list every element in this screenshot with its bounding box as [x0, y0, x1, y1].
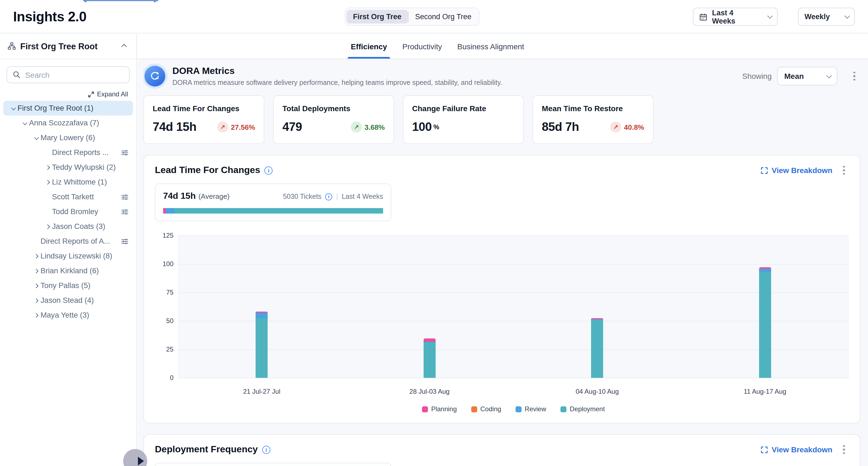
view-breakdown-button[interactable]: View Breakdown: [761, 166, 832, 175]
tree-item[interactable]: Anna Scozzafava (7): [3, 116, 133, 130]
x-tick-label: 04 Aug-10 Aug: [576, 388, 619, 396]
tree-item[interactable]: Scott Tarkett: [3, 190, 133, 204]
tab-productivity[interactable]: Productivity: [402, 34, 442, 59]
tree-chevron-icon[interactable]: [43, 225, 52, 228]
granularity-select[interactable]: Weekly: [798, 8, 855, 26]
filter-sliders-icon[interactable]: [121, 149, 129, 156]
org-tree-icon: [8, 42, 16, 50]
tree-item[interactable]: Direct Reports of A...: [3, 234, 133, 249]
chevron-down-icon: [767, 13, 773, 19]
filter-sliders-icon[interactable]: [121, 237, 129, 245]
view-breakdown-button[interactable]: View Breakdown: [761, 445, 832, 454]
search-input[interactable]: [25, 70, 124, 79]
tab-business-alignment[interactable]: Business Alignment: [457, 34, 524, 59]
average-value: 74d 15h: [163, 191, 196, 201]
collapse-chevron-icon[interactable]: [122, 44, 127, 50]
legend-swatch: [422, 406, 428, 412]
tree-chevron-icon[interactable]: [32, 136, 40, 139]
org-tree-toggle-first[interactable]: First Org Tree: [346, 10, 408, 24]
tree-item-label: Todd Bromley: [52, 207, 118, 216]
deployment-frequency-section: Deployment Frequency i View Breakdown: [144, 434, 860, 466]
tree-item[interactable]: Tony Pallas (5): [3, 278, 133, 293]
tab-efficiency[interactable]: Efficiency: [351, 34, 387, 59]
legend-item[interactable]: Deployment: [560, 405, 605, 413]
tree-chevron-icon[interactable]: [32, 284, 40, 287]
bar-segment-deployment: [759, 272, 771, 378]
expand-all-button[interactable]: Expand All: [88, 90, 128, 98]
tree-chevron-icon[interactable]: [32, 254, 40, 258]
granularity-value: Weekly: [805, 12, 830, 21]
info-icon[interactable]: i: [262, 445, 270, 454]
sidebar-search[interactable]: [6, 66, 130, 83]
tree-chevron-icon[interactable]: [43, 180, 52, 184]
tree-chevron-icon[interactable]: [32, 299, 40, 302]
filter-sliders-icon[interactable]: [121, 208, 129, 215]
tree-chevron-icon[interactable]: [32, 269, 40, 272]
stacked-bar[interactable]: [256, 312, 268, 378]
tree-item-label: Lindsay Liszewski (8): [40, 252, 129, 260]
app-title: Insights 2.0: [13, 9, 87, 25]
tree-item[interactable]: Lindsay Liszewski (8): [3, 249, 133, 263]
info-icon[interactable]: i: [325, 193, 332, 200]
tree-chevron-icon[interactable]: [32, 314, 40, 317]
segment-divider: [408, 11, 408, 23]
tree-item[interactable]: Liz Whittome (1): [3, 175, 133, 190]
tree-item-label: Teddy Wylupski (2): [52, 163, 129, 171]
tree-item-label: Jason Stead (4): [40, 296, 129, 304]
org-tree-toggle-second[interactable]: Second Org Tree: [408, 10, 478, 24]
view-breakdown-label: View Breakdown: [772, 445, 832, 454]
showing-value: Mean: [784, 72, 804, 81]
gridline: [178, 321, 849, 321]
dora-menu-button[interactable]: [849, 71, 859, 81]
metric-value: 85d 7h: [542, 120, 579, 134]
search-icon: [12, 70, 21, 79]
sidebar-header[interactable]: First Org Tree Root: [0, 34, 136, 59]
tree-item[interactable]: Todd Bromley: [3, 204, 133, 219]
tree-chevron-icon[interactable]: [20, 121, 29, 124]
tree-chevron-icon[interactable]: [43, 166, 52, 169]
legend-swatch: [560, 406, 566, 412]
period-label: Last 4 Weeks: [342, 193, 383, 200]
play-right-icon: [138, 457, 144, 465]
tree-item[interactable]: Mary Lowery (6): [3, 130, 133, 145]
tree-item[interactable]: Maya Yette (3): [3, 308, 133, 323]
legend-item[interactable]: Coding: [471, 405, 501, 413]
legend-label: Deployment: [570, 405, 605, 413]
legend-item[interactable]: Planning: [422, 405, 457, 413]
tickets-count: 5030 Tickets: [283, 193, 321, 200]
tree-item[interactable]: Direct Reports ...: [3, 145, 133, 160]
expand-all-icon: [88, 91, 94, 97]
stacked-bar[interactable]: [759, 267, 771, 378]
calendar-icon: [700, 13, 707, 21]
chevron-down-icon: [844, 13, 850, 19]
main-area: Efficiency Productivity Business Alignme…: [137, 34, 868, 466]
date-range-select[interactable]: Last 4 Weeks: [693, 8, 778, 26]
bar-segment-deployment: [256, 318, 268, 378]
gridline: [178, 264, 849, 264]
trend-up-icon: ↗: [351, 122, 362, 133]
legend-item[interactable]: Review: [515, 405, 546, 413]
lead-time-menu-button[interactable]: [839, 166, 849, 175]
date-range-value: Last 4 Weeks: [712, 8, 757, 25]
info-icon[interactable]: i: [265, 166, 273, 174]
tree-item[interactable]: Jason Coats (3): [3, 219, 133, 234]
deployment-frequency-menu-button[interactable]: [839, 445, 849, 454]
metric-delta: 3.68%: [365, 123, 385, 131]
tree-item-label: Direct Reports of A...: [40, 237, 118, 245]
expand-corners-icon: [761, 446, 768, 453]
showing-select[interactable]: Mean: [777, 67, 837, 85]
expand-corners-icon: [761, 167, 768, 174]
tree-item[interactable]: Brian Kirkland (6): [3, 263, 133, 278]
tree-item[interactable]: Teddy Wylupski (2): [3, 160, 133, 175]
metric-value: 74d 15h: [153, 120, 196, 134]
filter-sliders-icon[interactable]: [121, 193, 129, 201]
tree-item[interactable]: Jason Stead (4): [3, 293, 133, 308]
x-tick-label: 11 Aug-17 Aug: [744, 388, 786, 396]
org-tree-toggle: First Org Tree Second Org Tree: [345, 8, 480, 26]
tree-item[interactable]: First Org Tree Root (1): [3, 101, 133, 116]
stacked-bar[interactable]: [424, 339, 436, 378]
tree-chevron-icon[interactable]: [9, 107, 18, 110]
metric-delta: 40.8%: [624, 123, 644, 131]
legend-swatch: [471, 406, 477, 412]
stacked-bar[interactable]: [591, 318, 603, 378]
